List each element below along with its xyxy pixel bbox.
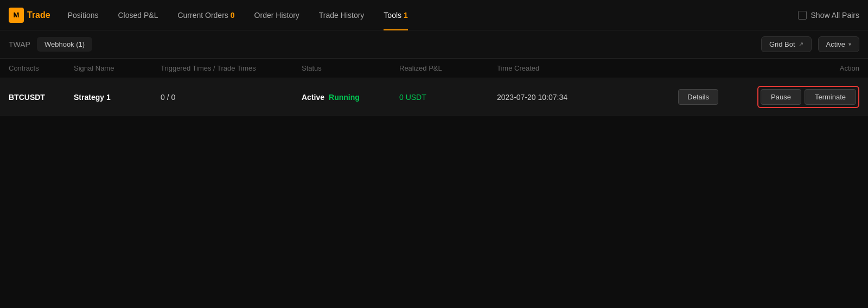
nav-item-positions[interactable]: Positions xyxy=(59,0,107,30)
webhook-tab[interactable]: Webhook (1) xyxy=(37,37,92,52)
active-dropdown[interactable]: Active ▾ xyxy=(818,36,859,52)
header-action: Action xyxy=(718,64,859,72)
current-orders-badge: 0 xyxy=(231,11,235,20)
header-signal-name: Signal Name xyxy=(74,64,161,72)
grid-bot-label: Grid Bot xyxy=(769,40,795,48)
nav-item-closed-pnl[interactable]: Closed P&L xyxy=(110,0,167,30)
show-all-pairs-checkbox[interactable] xyxy=(798,11,807,20)
header-triggered-trade: Triggered Times / Trade Times xyxy=(161,64,302,72)
table-header: Contracts Signal Name Triggered Times / … xyxy=(0,59,868,78)
cell-time-created: 2023-07-20 10:07:34 xyxy=(497,93,631,102)
header-realized-pnl: Realized P&L xyxy=(399,64,497,72)
nav-item-current-orders[interactable]: Current Orders 0 xyxy=(169,0,243,30)
header-time-created: Time Created xyxy=(497,64,631,72)
cell-contract: BTCUSDT xyxy=(9,93,74,102)
top-nav: M Trade Positions Closed P&L Current Ord… xyxy=(0,0,868,30)
nav-item-trade-history[interactable]: Trade History xyxy=(310,0,373,30)
logo-icon: M xyxy=(9,8,24,23)
status-active-label: Active xyxy=(302,93,324,102)
cell-signal-name: Strategy 1 xyxy=(74,93,161,102)
pause-button[interactable]: Pause xyxy=(761,89,801,105)
nav-logo: M Trade xyxy=(9,8,50,23)
twap-tab[interactable]: TWAP xyxy=(9,40,30,49)
details-cell: Details xyxy=(631,89,718,105)
second-row: TWAP Webhook (1) Grid Bot ↗ Active ▾ xyxy=(0,30,868,59)
tools-badge: 1 xyxy=(404,11,408,20)
show-all-pairs-label: Show All Pairs xyxy=(811,11,859,20)
nav-trade-label[interactable]: Trade xyxy=(27,10,50,20)
chevron-down-icon: ▾ xyxy=(848,41,851,47)
external-link-icon: ↗ xyxy=(799,41,803,48)
pause-terminate-group: Pause Terminate xyxy=(757,86,859,108)
grid-bot-button[interactable]: Grid Bot ↗ xyxy=(761,36,812,52)
nav-item-order-history[interactable]: Order History xyxy=(246,0,308,30)
table-row: BTCUSDT Strategy 1 0 / 0 Active Running … xyxy=(0,78,868,116)
header-contracts: Contracts xyxy=(9,64,74,72)
active-dropdown-label: Active xyxy=(826,40,845,48)
nav-item-tools[interactable]: Tools 1 xyxy=(375,0,416,30)
status-running-label: Running xyxy=(329,93,360,102)
header-action-spacer xyxy=(631,64,718,72)
action-cell: Pause Terminate xyxy=(718,86,859,108)
show-all-pairs[interactable]: Show All Pairs xyxy=(798,11,859,20)
cell-pnl: 0 USDT xyxy=(399,93,497,102)
header-status: Status xyxy=(302,64,399,72)
terminate-button[interactable]: Terminate xyxy=(805,89,856,105)
cell-triggered-trade: 0 / 0 xyxy=(161,93,302,102)
details-button[interactable]: Details xyxy=(678,89,718,105)
status-cell: Active Running xyxy=(302,93,399,102)
